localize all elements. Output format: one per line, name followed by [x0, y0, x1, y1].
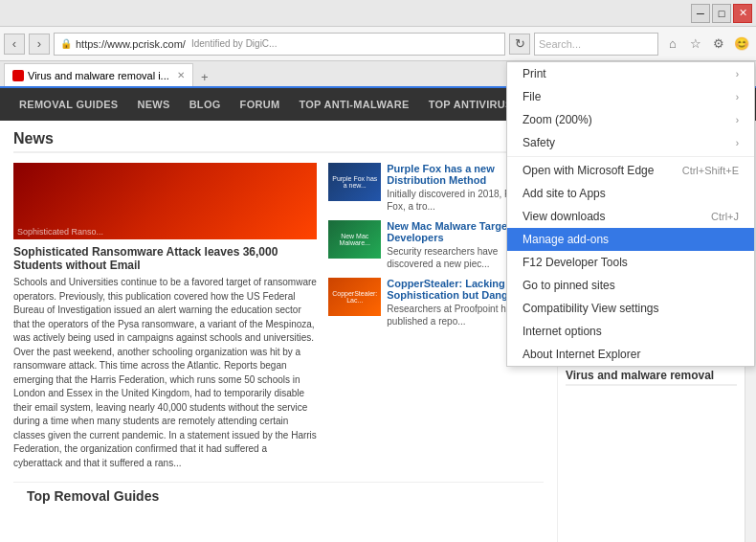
dropdown-compat-view-label: Compatibility View settings [523, 302, 659, 315]
dropdown-print[interactable]: Print › [507, 62, 754, 85]
dropdown-f12[interactable]: F12 Developer Tools [507, 251, 754, 274]
dropdown-file[interactable]: File › [507, 85, 754, 108]
dropdown-zoom-label: Zoom (200%) [523, 113, 592, 126]
virus-section-title: Virus and malware removal [566, 369, 737, 386]
dropdown-safety-arrow: › [736, 138, 739, 148]
identified-text: Identified by DigiC... [191, 38, 278, 49]
tab-close-icon[interactable]: ✕ [177, 70, 185, 80]
dropdown-safety[interactable]: Safety › [507, 131, 754, 154]
dropdown-print-label: Print [523, 67, 546, 80]
dropdown-zoom[interactable]: Zoom (200%) › [507, 108, 754, 131]
dropdown-add-apps[interactable]: Add site to Apps [507, 182, 754, 205]
dropdown-about-ie-label: About Internet Explorer [523, 348, 640, 361]
home-icon[interactable]: ⌂ [662, 34, 683, 55]
dropdown-internet-options[interactable]: Internet options [507, 320, 754, 343]
tools-icon[interactable]: ⚙ [708, 34, 729, 55]
dropdown-view-downloads[interactable]: View downloads Ctrl+J [507, 205, 754, 228]
nav-bar: ‹ › 🔒 https://www.pcrisk.com/ Identified… [0, 27, 756, 61]
back-button[interactable]: ‹ [4, 34, 25, 55]
nav-icons: ⌂ ☆ ⚙ 😊 [662, 34, 752, 55]
dropdown-internet-options-label: Internet options [523, 325, 602, 338]
title-bar: ─ □ ✕ [0, 0, 756, 27]
nav-news[interactable]: NEWS [127, 88, 179, 121]
search-placeholder: Search... [539, 38, 581, 50]
user-icon[interactable]: 😊 [731, 34, 752, 55]
dropdown-pinned-sites[interactable]: Go to pinned sites [507, 274, 754, 297]
maximize-button[interactable]: □ [712, 4, 731, 23]
close-button[interactable]: ✕ [733, 4, 752, 23]
dropdown-pinned-sites-label: Go to pinned sites [523, 279, 615, 292]
refresh-button[interactable]: ↻ [509, 34, 530, 55]
dropdown-safety-label: Safety [523, 136, 555, 149]
dropdown-menu: Print › File › Zoom (200%) › Safety › Op… [506, 61, 755, 367]
tab-favicon [12, 70, 24, 81]
main-news-img-label: Sophisticated Ranso... [17, 227, 103, 237]
news-thumb-3: CopperStealer: Lac... [328, 278, 381, 316]
main-news-image: Sophisticated Ranso... [13, 163, 317, 239]
new-tab-button[interactable]: + [195, 67, 214, 86]
dropdown-manage-addons[interactable]: Manage add-ons [507, 228, 754, 251]
tab-label: Virus and malware removal i... [28, 70, 169, 81]
dropdown-file-label: File [523, 90, 541, 103]
favorites-icon[interactable]: ☆ [685, 34, 706, 55]
main-news-title: Sophisticated Ransomware Attack leaves 3… [13, 245, 317, 272]
main-news-body: Schools and Universities continue to be … [13, 276, 317, 470]
news-thumb-2: New Mac Malware... [328, 220, 381, 259]
dropdown-about-ie[interactable]: About Internet Explorer [507, 343, 754, 366]
nav-blog[interactable]: BLOG [180, 88, 231, 121]
dropdown-zoom-arrow: › [736, 115, 739, 125]
search-bar[interactable]: Search... [534, 33, 658, 56]
virus-section: Virus and malware removal [566, 369, 737, 386]
active-tab[interactable]: Virus and malware removal i... ✕ [4, 63, 193, 86]
dropdown-open-edge-label: Open with Microsoft Edge [523, 164, 654, 177]
lock-icon: 🔒 [60, 38, 72, 49]
news-thumb-1: Purple Fox has a new... [328, 163, 381, 201]
bottom-section: Top Removal Guides [13, 482, 544, 508]
bottom-section-title: Top Removal Guides [27, 488, 530, 504]
dropdown-manage-addons-label: Manage add-ons [523, 233, 609, 246]
dropdown-f12-label: F12 Developer Tools [523, 256, 628, 269]
dropdown-open-edge[interactable]: Open with Microsoft Edge Ctrl+Shift+E [507, 159, 754, 182]
forward-button[interactable]: › [29, 34, 50, 55]
dropdown-file-arrow: › [736, 92, 739, 102]
dropdown-divider-1 [507, 156, 754, 157]
dropdown-print-arrow: › [736, 69, 739, 79]
dropdown-view-downloads-shortcut: Ctrl+J [711, 211, 739, 222]
dropdown-open-edge-shortcut: Ctrl+Shift+E [682, 165, 739, 176]
main-news-article: Sophisticated Ranso... Sophisticated Ran… [13, 163, 317, 470]
nav-removal-guides[interactable]: REMOVAL GUIDES [10, 88, 127, 121]
news-section-title: News [13, 130, 544, 153]
address-text: https://www.pcrisk.com/ [76, 38, 186, 50]
dropdown-view-downloads-label: View downloads [523, 210, 606, 223]
nav-forum[interactable]: FORUM [231, 88, 290, 121]
dropdown-add-apps-label: Add site to Apps [523, 187, 606, 200]
dropdown-compat-view[interactable]: Compatibility View settings [507, 297, 754, 320]
nav-anti-malware[interactable]: TOP ANTI-MALWARE [289, 88, 418, 121]
news-grid: Sophisticated Ranso... Sophisticated Ran… [13, 163, 544, 470]
minimize-button[interactable]: ─ [691, 4, 710, 23]
address-bar[interactable]: 🔒 https://www.pcrisk.com/ Identified by … [54, 33, 505, 56]
main-content: News Sophisticated Ranso... Sophisticate… [0, 121, 558, 542]
